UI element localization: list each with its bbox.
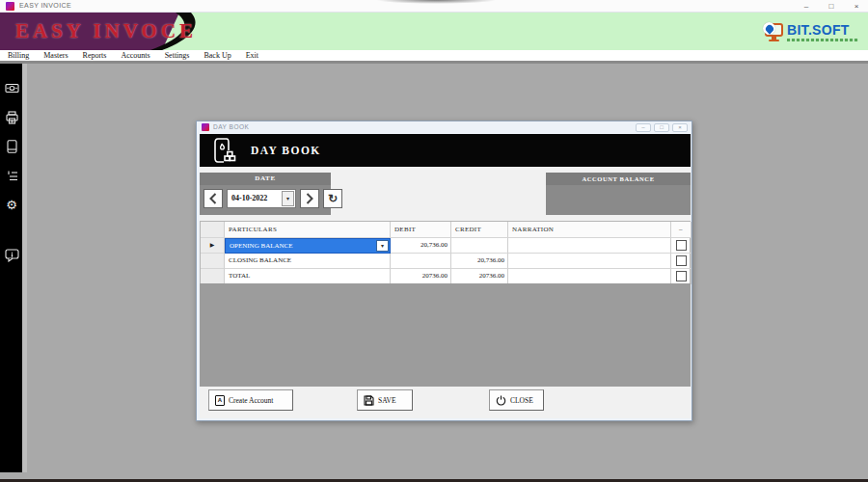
row-checkbox[interactable] <box>676 240 687 251</box>
daybook-window-icon <box>202 123 209 131</box>
account-card-icon: A <box>215 395 225 406</box>
row-selector[interactable]: ▶ <box>201 238 225 254</box>
menu-reports[interactable]: Reports <box>83 51 107 60</box>
partner-logo: BIT.SOFT <box>763 17 858 46</box>
prev-date-button[interactable] <box>203 189 223 208</box>
brand-banner: EASY INVOCE BIT.SOFT <box>0 13 868 50</box>
screen-notch-shadow <box>376 0 497 4</box>
list-icon[interactable] <box>4 168 19 183</box>
partner-name: BIT.SOFT <box>787 23 850 38</box>
next-date-button[interactable] <box>300 189 319 208</box>
menu-billing[interactable]: Billing <box>8 51 29 60</box>
col-header-credit: CREDIT <box>451 222 508 238</box>
daybook-ledger-icon <box>210 137 239 164</box>
close-button[interactable]: CLOSE <box>489 389 544 411</box>
narration-cell[interactable] <box>508 269 671 284</box>
os-window-controls: – □ × <box>800 0 862 13</box>
particulars-dropdown-icon[interactable]: ▾ <box>376 240 389 252</box>
col-header-check: – <box>671 222 692 238</box>
refresh-button[interactable]: ↻ <box>323 189 342 208</box>
menu-settings[interactable]: Settings <box>165 51 190 60</box>
debit-cell[interactable] <box>391 254 451 269</box>
menubar-shadow <box>0 61 868 64</box>
particulars-cell[interactable]: OPENING BALANCE ▾ <box>225 238 391 254</box>
daybook-window-title: DAY BOOK <box>213 123 249 130</box>
cash-icon[interactable] <box>4 80 19 95</box>
daybook-table: PARTICULARS DEBIT CREDIT NARRATION – ▶ O… <box>200 221 691 285</box>
create-account-button[interactable]: A Create Account <box>208 389 293 411</box>
date-panel-label: DATE <box>200 173 331 185</box>
menu-exit[interactable]: Exit <box>246 51 258 60</box>
save-button[interactable]: SAVE <box>357 389 413 411</box>
app-icon <box>6 2 14 11</box>
feedback-chat-icon[interactable] <box>4 248 19 263</box>
ledger-book-icon[interactable] <box>4 139 19 154</box>
app-logo-text: EASY INVOCE <box>15 13 197 50</box>
particulars-cell[interactable]: TOTAL <box>225 269 391 284</box>
menu-masters[interactable]: Masters <box>43 51 68 60</box>
debit-cell[interactable]: 20736.00 <box>391 269 451 284</box>
credit-cell[interactable]: 20736.00 <box>451 269 508 284</box>
row-selector[interactable] <box>201 254 225 269</box>
menu-accounts[interactable]: Accounts <box>121 51 149 60</box>
daybook-titlebar[interactable]: DAY BOOK – □ × <box>197 121 692 134</box>
date-panel: DATE 04-10-2022 ▾ ↻ <box>200 173 331 215</box>
date-select[interactable]: 04-10-2022 ▾ <box>227 189 296 208</box>
refresh-icon: ↻ <box>328 192 338 205</box>
daybook-window: DAY BOOK – □ × DAY BOOK DATE 04-10- <box>196 120 692 421</box>
account-balance-label: ACCOUNT BALANCE <box>546 173 691 185</box>
daybook-maximize-icon[interactable]: □ <box>654 123 669 132</box>
minimize-icon[interactable]: – <box>800 0 812 13</box>
daybook-content: DATE 04-10-2022 ▾ ↻ ACCOUNT BALANCE <box>200 167 691 387</box>
floppy-save-icon <box>364 395 374 406</box>
narration-cell[interactable] <box>508 254 671 269</box>
partner-tagline <box>787 39 858 41</box>
sidebar-edge-highlight <box>22 64 27 472</box>
date-dropdown-icon[interactable]: ▾ <box>282 191 294 206</box>
menu-bar: Billing Masters Reports Accounts Setting… <box>0 50 868 61</box>
row-selector[interactable] <box>201 269 225 284</box>
daybook-header: DAY BOOK <box>200 134 691 167</box>
date-value: 04-10-2022 <box>231 190 267 207</box>
daybook-close-icon[interactable]: × <box>672 123 688 132</box>
os-window-title: EASY INVOICE <box>19 2 71 9</box>
settings-gear-icon[interactable]: ⚙ <box>4 197 19 212</box>
row-check-cell <box>671 238 692 254</box>
table-empty-area <box>200 283 691 387</box>
row-checkbox[interactable] <box>676 271 687 281</box>
daybook-button-bar: A Create Account SAVE CLOSE <box>200 387 691 418</box>
row-check-cell <box>671 254 692 269</box>
col-header-debit: DEBIT <box>391 222 451 238</box>
credit-cell[interactable]: 20,736.00 <box>451 254 508 269</box>
daybook-header-title: DAY BOOK <box>251 134 321 167</box>
power-close-icon <box>496 395 506 406</box>
particulars-cell[interactable]: CLOSING BALANCE <box>225 254 391 269</box>
account-balance-panel: ACCOUNT BALANCE <box>546 173 691 215</box>
table-corner-cell <box>201 222 225 238</box>
daybook-minimize-icon[interactable]: – <box>636 123 651 132</box>
monitor-bird-icon <box>763 22 784 41</box>
printer-icon[interactable] <box>4 110 19 125</box>
menu-backup[interactable]: Back Up <box>203 51 231 60</box>
sidebar: ⚙ <box>0 64 22 472</box>
row-check-cell <box>671 269 692 284</box>
close-icon[interactable]: × <box>851 0 862 13</box>
row-selector-arrow-icon: ▶ <box>210 242 215 248</box>
debit-cell[interactable]: 20,736.00 <box>391 238 451 254</box>
credit-cell[interactable] <box>451 238 508 254</box>
row-checkbox[interactable] <box>676 255 687 266</box>
col-header-particulars: PARTICULARS <box>225 222 391 238</box>
maximize-icon[interactable]: □ <box>826 0 837 13</box>
date-controls: 04-10-2022 ▾ ↻ <box>203 189 342 208</box>
daybook-window-controls: – □ × <box>636 123 688 132</box>
narration-cell[interactable] <box>508 238 671 254</box>
col-header-narration: NARRATION <box>508 222 671 238</box>
